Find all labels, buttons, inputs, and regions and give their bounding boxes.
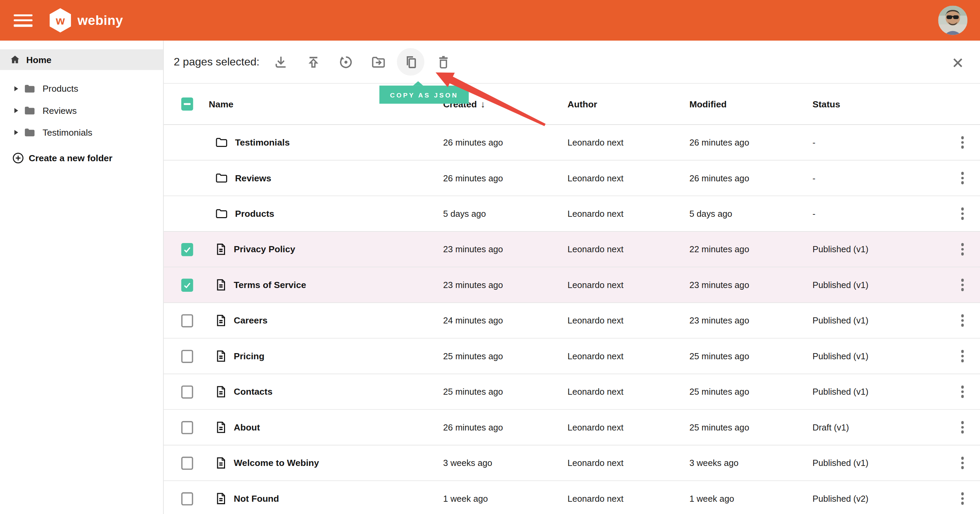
row-status: Published (v1) — [813, 280, 945, 290]
row-name[interactable]: Welcome to Webiny — [234, 458, 319, 468]
hamburger-menu-icon[interactable] — [14, 14, 32, 27]
row-menu-button[interactable] — [958, 346, 968, 366]
column-header-status[interactable]: Status — [813, 99, 945, 109]
copy-button[interactable] — [397, 48, 425, 76]
folder-icon — [215, 173, 228, 183]
row-author: Leonardo next — [567, 351, 689, 361]
move-to-folder-button[interactable] — [364, 48, 392, 76]
row-menu-button[interactable] — [958, 275, 968, 295]
row-menu-button[interactable] — [958, 204, 968, 224]
table-row[interactable]: Contacts 25 minutes ago Leonardo next 25… — [164, 374, 980, 410]
webiny-wordmark: webiny — [77, 13, 123, 28]
sidebar-folder-label: Reviews — [43, 105, 77, 115]
column-header-author[interactable]: Author — [567, 99, 689, 109]
download-button[interactable] — [267, 48, 294, 76]
plus-circle-icon — [13, 152, 24, 163]
row-created: 5 days ago — [443, 209, 568, 219]
row-modified: 23 minutes ago — [689, 316, 813, 325]
row-name[interactable]: Products — [235, 209, 274, 219]
caret-right-icon[interactable] — [14, 86, 18, 91]
row-name[interactable]: Pricing — [234, 351, 265, 361]
publish-icon — [305, 54, 321, 70]
row-created: 23 minutes ago — [443, 280, 568, 290]
row-menu-button[interactable] — [958, 133, 968, 152]
row-name[interactable]: Testimonials — [235, 137, 290, 147]
table-row[interactable]: Reviews 26 minutes ago Leonardo next 26 … — [164, 160, 980, 196]
row-checkbox[interactable] — [181, 456, 193, 470]
row-menu-button[interactable] — [958, 453, 968, 473]
row-created: 3 weeks ago — [443, 458, 568, 468]
tooltip-label: COPY AS JSON — [390, 91, 459, 98]
table-row[interactable]: About 26 minutes ago Leonardo next 25 mi… — [164, 410, 980, 445]
row-menu-button[interactable] — [958, 489, 968, 509]
row-modified: 23 minutes ago — [689, 280, 813, 290]
row-menu-button[interactable] — [958, 417, 968, 437]
table-row[interactable]: Welcome to Webiny 3 weeks ago Leonardo n… — [164, 446, 980, 481]
sort-descending-icon[interactable]: ↓ — [481, 99, 485, 109]
table-row[interactable]: Products 5 days ago Leonardo next 5 days… — [164, 196, 980, 232]
row-checkbox[interactable] — [181, 385, 193, 398]
create-folder-button[interactable]: Create a new folder — [0, 152, 163, 163]
sidebar-folder-products[interactable]: Products — [0, 78, 163, 99]
selected-count-label: 2 pages selected: — [174, 55, 259, 68]
page-icon — [215, 243, 226, 255]
folder-icon — [24, 84, 35, 93]
row-menu-button[interactable] — [958, 239, 968, 259]
row-name[interactable]: Privacy Policy — [234, 244, 295, 254]
row-author: Leonardo next — [567, 387, 689, 397]
caret-right-icon[interactable] — [14, 108, 18, 113]
row-checkbox[interactable] — [181, 314, 193, 327]
home-icon — [9, 54, 21, 65]
check-icon — [183, 281, 191, 289]
column-header-modified[interactable]: Modified — [689, 99, 813, 109]
close-toolbar-button[interactable] — [950, 55, 965, 70]
table-row[interactable]: Terms of Service 23 minutes ago Leonardo… — [164, 267, 980, 303]
row-created: 24 minutes ago — [443, 316, 568, 325]
sidebar-folder-testimonials[interactable]: Testimonials — [0, 121, 163, 143]
caret-right-icon[interactable] — [14, 130, 18, 135]
table-row[interactable]: Pricing 25 minutes ago Leonardo next 25 … — [164, 338, 980, 374]
row-checkbox[interactable] — [181, 278, 193, 292]
delete-button[interactable] — [430, 48, 457, 76]
row-menu-button[interactable] — [958, 168, 968, 188]
row-menu-button[interactable] — [958, 382, 968, 401]
select-all-checkbox[interactable] — [181, 97, 193, 110]
restore-button[interactable] — [332, 48, 360, 76]
row-modified: 1 week ago — [689, 493, 813, 503]
publish-button[interactable] — [299, 48, 327, 76]
folder-icon — [24, 128, 35, 137]
close-icon — [952, 57, 964, 68]
row-created: 23 minutes ago — [443, 244, 568, 254]
row-author: Leonardo next — [567, 493, 689, 503]
row-status: - — [813, 173, 945, 183]
page-icon — [215, 386, 226, 398]
toolbar-actions — [267, 48, 457, 76]
table-row[interactable]: Testimonials 26 minutes ago Leonardo nex… — [164, 125, 980, 160]
row-status: Published (v1) — [813, 387, 945, 397]
sidebar-folder-reviews[interactable]: Reviews — [0, 99, 163, 121]
row-created: 25 minutes ago — [443, 387, 568, 397]
trash-icon — [436, 54, 451, 70]
sidebar-item-home[interactable]: Home — [0, 49, 163, 70]
row-name[interactable]: Contacts — [234, 387, 273, 397]
row-checkbox[interactable] — [181, 350, 193, 363]
row-checkbox[interactable] — [181, 492, 193, 505]
table-row[interactable]: Not Found 1 week ago Leonardo next 1 wee… — [164, 481, 980, 514]
table-row[interactable]: Careers 24 minutes ago Leonardo next 23 … — [164, 303, 980, 338]
row-created: 26 minutes ago — [443, 422, 568, 432]
row-name[interactable]: Careers — [234, 316, 268, 325]
row-menu-button[interactable] — [958, 311, 968, 330]
row-checkbox[interactable] — [181, 243, 193, 255]
user-avatar[interactable] — [938, 5, 967, 35]
row-status: Published (v1) — [813, 458, 945, 468]
row-name[interactable]: Terms of Service — [234, 280, 306, 290]
table-row[interactable]: Privacy Policy 23 minutes ago Leonardo n… — [164, 232, 980, 267]
row-name[interactable]: Reviews — [235, 173, 271, 183]
page-list-panel: 2 pages selected: — [164, 41, 980, 514]
sidebar-folder-label: Testimonials — [43, 127, 92, 137]
row-name[interactable]: About — [234, 422, 260, 432]
row-checkbox[interactable] — [181, 420, 193, 433]
row-name[interactable]: Not Found — [234, 493, 279, 503]
row-modified: 25 minutes ago — [689, 387, 813, 397]
row-created: 26 minutes ago — [443, 137, 568, 147]
